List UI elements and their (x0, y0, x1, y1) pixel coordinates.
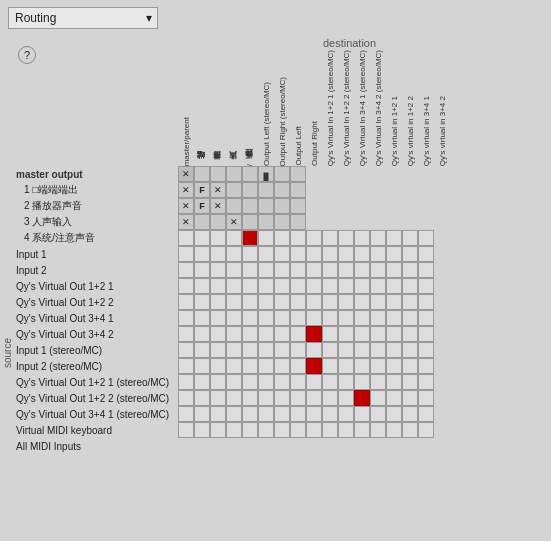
cell-q1-0[interactable] (178, 262, 194, 278)
cell-q2-4[interactable] (242, 278, 258, 294)
routing-select[interactable]: Routing (8, 7, 158, 29)
cell-i1-1[interactable] (194, 230, 210, 246)
cell-m3-2[interactable]: ✕ (210, 198, 226, 214)
cell-m3-11[interactable] (354, 198, 370, 214)
cell-q3-all[interactable] (178, 294, 434, 310)
cell-m4-11[interactable] (354, 214, 370, 230)
cell-m4-14[interactable] (402, 214, 418, 230)
cell-q2-12[interactable] (370, 278, 386, 294)
cell-m3-4[interactable] (242, 198, 258, 214)
cell-m4-6[interactable] (274, 214, 290, 230)
cell-m1-9[interactable] (322, 166, 338, 182)
cell-m4-1[interactable] (194, 214, 210, 230)
cell-m1-10[interactable] (338, 166, 354, 182)
cell-q2-7[interactable] (290, 278, 306, 294)
cell-m2-2[interactable]: ✕ (210, 182, 226, 198)
cell-m2-3[interactable] (226, 182, 242, 198)
cell-q1-14[interactable] (402, 262, 418, 278)
cell-i1-12[interactable] (370, 230, 386, 246)
cell-i2-15[interactable] (418, 246, 434, 262)
cell-m1-8[interactable] (306, 166, 322, 182)
cell-m3-9[interactable] (322, 198, 338, 214)
cell-m2-6[interactable] (274, 182, 290, 198)
cell-m4-4[interactable] (242, 214, 258, 230)
cell-m1-12[interactable] (370, 166, 386, 182)
cell-m3-1[interactable]: F (194, 198, 210, 214)
cell-q2-15[interactable] (418, 278, 434, 294)
cell-m3-7[interactable] (290, 198, 306, 214)
cell-m1-2[interactable] (210, 166, 226, 182)
cell-m4-0[interactable]: ✕ (178, 214, 194, 230)
cell-i2-1[interactable] (194, 246, 210, 262)
cell-m2-0[interactable]: ✕ (178, 182, 194, 198)
cell-i2-9[interactable] (322, 246, 338, 262)
cell-m2-11[interactable] (354, 182, 370, 198)
cell-m4-15[interactable] (418, 214, 434, 230)
cell-i2-12[interactable] (370, 246, 386, 262)
cell-m1-13[interactable] (386, 166, 402, 182)
cell-m1-4[interactable] (242, 166, 258, 182)
cell-q1-15[interactable] (418, 262, 434, 278)
cell-m3-5[interactable] (258, 198, 274, 214)
cell-m4-2[interactable] (210, 214, 226, 230)
cell-i1-11[interactable] (354, 230, 370, 246)
cell-q2-8[interactable] (306, 278, 322, 294)
cell-q1-10[interactable] (338, 262, 354, 278)
cell-q1-9[interactable] (322, 262, 338, 278)
cell-i1-10[interactable] (338, 230, 354, 246)
cell-m1-6[interactable] (274, 166, 290, 182)
cell-m2-13[interactable] (386, 182, 402, 198)
cell-m2-9[interactable] (322, 182, 338, 198)
cell-m4-9[interactable] (322, 214, 338, 230)
cell-i2-14[interactable] (402, 246, 418, 262)
cell-i1-15[interactable] (418, 230, 434, 246)
cell-i2-2[interactable] (210, 246, 226, 262)
cell-q2-6[interactable] (274, 278, 290, 294)
cell-q1-13[interactable] (386, 262, 402, 278)
cell-m1-1[interactable] (194, 166, 210, 182)
cell-m1-14[interactable] (402, 166, 418, 182)
cell-m2-10[interactable] (338, 182, 354, 198)
cell-m4-8[interactable] (306, 214, 322, 230)
cell-m2-14[interactable] (402, 182, 418, 198)
cell-q2-13[interactable] (386, 278, 402, 294)
cell-m3-12[interactable] (370, 198, 386, 214)
cell-m2-5[interactable] (258, 182, 274, 198)
cell-q1-1[interactable] (194, 262, 210, 278)
cell-m4-13[interactable] (386, 214, 402, 230)
cell-i2-0[interactable] (178, 246, 194, 262)
cell-m1-0[interactable]: ✕ (178, 166, 194, 182)
cell-i2-11[interactable] (354, 246, 370, 262)
cell-i2-3[interactable] (226, 246, 242, 262)
cell-i1-8[interactable] (306, 230, 322, 246)
cell-q1-6[interactable] (274, 262, 290, 278)
cell-i2-4[interactable] (242, 246, 258, 262)
cell-q1-4[interactable] (242, 262, 258, 278)
cell-i2-8[interactable] (306, 246, 322, 262)
cell-i1-0[interactable] (178, 230, 194, 246)
cell-m2-1[interactable]: F (194, 182, 210, 198)
cell-q2-1[interactable] (194, 278, 210, 294)
cell-in1mc-red[interactable] (306, 326, 322, 342)
cell-i1-4[interactable] (242, 230, 258, 246)
cell-m3-10[interactable] (338, 198, 354, 214)
cell-m1-3[interactable] (226, 166, 242, 182)
cell-q1-12[interactable] (370, 262, 386, 278)
cell-m3-6[interactable] (274, 198, 290, 214)
cell-m4-10[interactable] (338, 214, 354, 230)
cell-m3-0[interactable]: ✕ (178, 198, 194, 214)
cell-i1-13[interactable] (386, 230, 402, 246)
cell-qvo1mc-red[interactable] (306, 358, 322, 374)
cell-i2-10[interactable] (338, 246, 354, 262)
cell-m2-12[interactable] (370, 182, 386, 198)
cell-m3-15[interactable] (418, 198, 434, 214)
cell-q1-3[interactable] (226, 262, 242, 278)
cell-m4-5[interactable] (258, 214, 274, 230)
cell-m1-7[interactable] (290, 166, 306, 182)
cell-m3-13[interactable] (386, 198, 402, 214)
cell-i2-5[interactable] (258, 246, 274, 262)
cell-m1-5[interactable]: ▐▌ (258, 166, 274, 182)
cell-m1-15[interactable] (418, 166, 434, 182)
cell-q1-7[interactable] (290, 262, 306, 278)
cell-qvo3mc-red[interactable] (354, 390, 370, 406)
